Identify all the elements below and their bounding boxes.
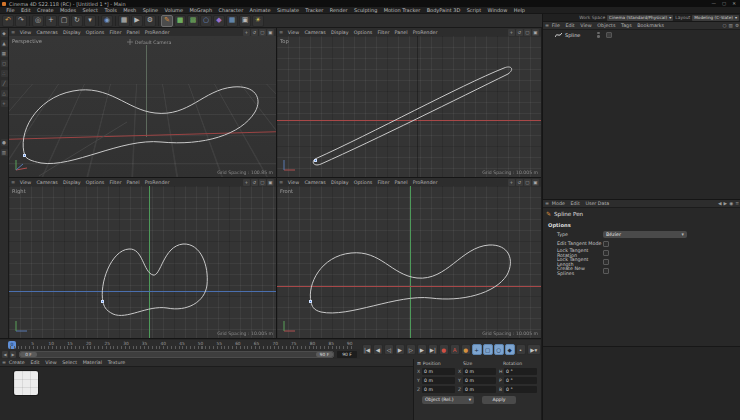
orbit-view-icon[interactable]: ↺ bbox=[251, 29, 258, 36]
type-dropdown[interactable]: Bézier▾ bbox=[603, 231, 687, 238]
checkbox[interactable] bbox=[603, 250, 609, 256]
spline-curve[interactable] bbox=[277, 36, 541, 177]
viewport-menu-item[interactable]: Display bbox=[60, 180, 83, 185]
viewport-menu-item[interactable]: ProRender bbox=[410, 180, 440, 185]
spline-point[interactable] bbox=[309, 300, 312, 303]
maximize-view-icon[interactable]: ▣ bbox=[532, 29, 539, 36]
frame-forward-spinner[interactable]: ▶ bbox=[10, 351, 16, 358]
menu-item[interactable]: Select bbox=[79, 7, 101, 13]
object-manager-menu-item[interactable]: Objects bbox=[595, 23, 619, 28]
move-tool-icon[interactable]: + bbox=[45, 15, 57, 27]
pan-view-icon[interactable]: + bbox=[243, 29, 250, 36]
render-picture-viewer-icon[interactable]: ▶ bbox=[131, 15, 143, 27]
polygons-mode-icon[interactable]: △ bbox=[1, 90, 8, 97]
object-manager[interactable]: Spline bbox=[543, 30, 740, 199]
texture-mode-icon[interactable]: ▦ bbox=[1, 50, 8, 57]
search-icon[interactable]: ○ bbox=[723, 23, 727, 28]
orbit-view-icon[interactable]: ↺ bbox=[516, 29, 523, 36]
viewport-menu-item[interactable]: Display bbox=[328, 30, 351, 35]
viewport-menu-item[interactable]: Display bbox=[60, 30, 83, 35]
viewport-menu-item[interactable]: Panel bbox=[124, 180, 142, 185]
menu-item[interactable]: Edit bbox=[18, 7, 34, 13]
viewport-menu-item[interactable]: ProRender bbox=[142, 180, 172, 185]
maximize-view-icon[interactable]: ▣ bbox=[532, 179, 539, 186]
spline-curve[interactable] bbox=[9, 36, 276, 177]
frame-back-spinner[interactable]: ◀ bbox=[2, 351, 8, 358]
viewport-menu-item[interactable]: Display bbox=[328, 180, 351, 185]
checkbox[interactable] bbox=[603, 268, 609, 274]
edges-mode-icon[interactable]: ╱ bbox=[1, 80, 8, 87]
panel-icon[interactable]: ≡ bbox=[279, 179, 283, 185]
points-mode-icon[interactable]: ∴ bbox=[1, 70, 8, 77]
pan-view-icon[interactable]: + bbox=[243, 179, 250, 186]
current-frame-marker[interactable]: 0 bbox=[8, 341, 16, 349]
range-start-handle[interactable]: 0 F bbox=[20, 352, 37, 357]
spline-point[interactable] bbox=[314, 159, 317, 162]
spline-point[interactable] bbox=[101, 300, 104, 303]
menu-item[interactable]: Create bbox=[34, 7, 57, 13]
position-toggle[interactable]: + bbox=[472, 344, 482, 355]
viewport-menu-item[interactable]: Options bbox=[351, 30, 375, 35]
autokey-button[interactable]: A bbox=[450, 344, 460, 355]
menu-item[interactable]: Script bbox=[463, 7, 484, 13]
attribute-menu-item[interactable]: User Data bbox=[583, 201, 613, 206]
menu-item[interactable]: Tools bbox=[101, 7, 120, 13]
snap-icon[interactable]: ● bbox=[1, 139, 8, 146]
spline-primitive-icon[interactable]: ○ bbox=[200, 15, 212, 27]
forward-icon[interactable]: ▶ bbox=[724, 201, 728, 206]
viewport-menu-item[interactable]: Filter bbox=[375, 30, 392, 35]
panel-icon[interactable]: ≡ bbox=[279, 29, 283, 35]
maximize-view-icon[interactable]: ▣ bbox=[267, 29, 274, 36]
workplane-mode-icon[interactable]: ◻ bbox=[1, 60, 8, 67]
viewport-menu-item[interactable]: Filter bbox=[107, 180, 124, 185]
panel-icon[interactable]: ≡ bbox=[11, 179, 15, 185]
lock-icon[interactable]: ◉ bbox=[729, 201, 733, 206]
rotation-field[interactable]: 0 ° bbox=[504, 377, 537, 384]
menu-item[interactable]: Mesh bbox=[120, 7, 140, 13]
minimize-button[interactable]: — bbox=[711, 1, 716, 6]
menu-item[interactable]: MoGraph bbox=[186, 7, 215, 13]
pla-toggle[interactable]: ∙ bbox=[516, 344, 526, 355]
coordinate-mode-dropdown[interactable]: Object (Rel.)▾ bbox=[422, 396, 474, 404]
apply-button[interactable]: Apply bbox=[482, 396, 516, 404]
record-keyframe-button[interactable]: ● bbox=[439, 344, 449, 355]
previous-key-button[interactable]: ◀ bbox=[373, 344, 383, 355]
timeline-ruler[interactable]: 051015202530354045505560657075808590 0 bbox=[0, 340, 360, 349]
gear-icon[interactable]: ⚙ bbox=[735, 23, 739, 28]
material-menu-item[interactable]: Select bbox=[59, 360, 79, 365]
rotation-toggle[interactable]: ○ bbox=[494, 344, 504, 355]
object-manager-menu-item[interactable]: Edit bbox=[563, 23, 578, 28]
list-icon[interactable]: ≡ bbox=[735, 201, 739, 206]
viewport-menu-item[interactable]: Panel bbox=[392, 180, 410, 185]
workspace-dropdown[interactable]: Cinema (Standard/Physical)▾ bbox=[607, 15, 673, 21]
live-selection-icon[interactable]: ◎ bbox=[32, 15, 44, 27]
viewport-menu-item[interactable]: ProRender bbox=[142, 30, 172, 35]
menu-item[interactable]: Simulate bbox=[274, 7, 302, 13]
menu-item[interactable]: File bbox=[3, 7, 18, 13]
play-button[interactable]: ▶ bbox=[395, 344, 405, 355]
viewport-menu-item[interactable]: Cameras bbox=[34, 180, 61, 185]
object-manager-menu-item[interactable]: Tags bbox=[618, 23, 634, 28]
rotation-field[interactable]: 0 ° bbox=[504, 386, 537, 393]
keyframe-selection-button[interactable]: ● bbox=[461, 344, 471, 355]
layout-dropdown[interactable]: Modeling (C-Slate)▾ bbox=[692, 15, 739, 21]
attribute-menu-item[interactable]: Edit bbox=[568, 201, 583, 206]
viewport-right[interactable]: ≡ ViewCamerasDisplayOptionsFilterPanelPr… bbox=[9, 178, 276, 338]
undo-icon[interactable]: ↶ bbox=[2, 15, 14, 27]
size-field[interactable]: 0 m bbox=[463, 377, 496, 384]
goto-end-button[interactable]: ▶| bbox=[428, 344, 438, 355]
visibility-dots[interactable] bbox=[597, 32, 600, 38]
viewport-menu-item[interactable]: View bbox=[17, 180, 34, 185]
checkbox[interactable] bbox=[603, 241, 609, 247]
subdivision-surface-icon[interactable]: ▩ bbox=[187, 15, 199, 27]
rotation-field[interactable]: 0 ° bbox=[504, 368, 537, 375]
redo-icon[interactable]: ↷ bbox=[15, 15, 27, 27]
rotate-tool-icon[interactable]: ↻ bbox=[71, 15, 83, 27]
viewport-front[interactable]: ≡ ViewCamerasDisplayOptionsFilterPanelPr… bbox=[277, 178, 541, 338]
menu-item[interactable]: Modes bbox=[57, 7, 80, 13]
position-field[interactable]: 0 m bbox=[422, 368, 455, 375]
menu-item[interactable]: Animate bbox=[246, 7, 273, 13]
menu-item[interactable]: Tracker bbox=[302, 7, 326, 13]
viewport-menu-item[interactable]: Cameras bbox=[34, 30, 61, 35]
range-slider[interactable]: 0 F 90 F bbox=[19, 351, 334, 358]
